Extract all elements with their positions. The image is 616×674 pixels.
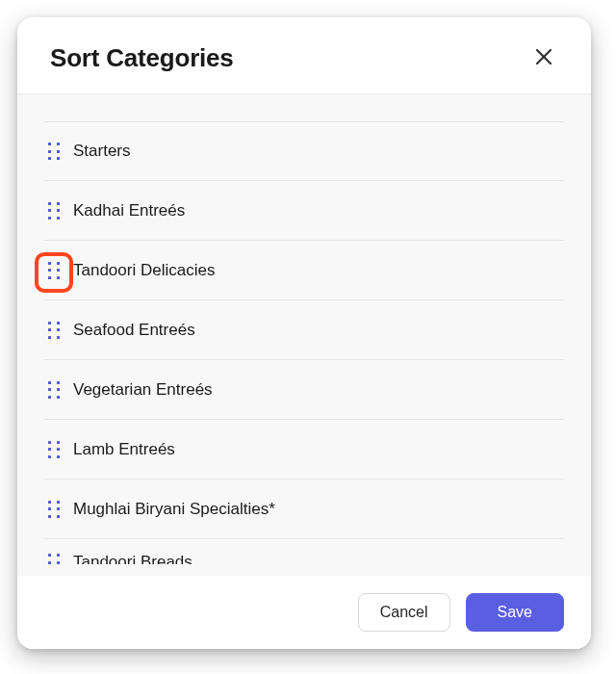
category-row[interactable]: Vegetarian Entreés [44,360,564,420]
category-label: Starters [73,142,131,161]
category-label: Seafood Entreés [73,321,195,340]
category-label: Lamb Entreés [73,440,175,459]
sort-categories-modal: Sort Categories StartersKadhai EntreésTa… [17,17,591,649]
modal-header: Sort Categories [17,17,591,94]
drag-handle-icon[interactable] [44,321,64,340]
drag-handle-icon[interactable] [44,553,64,564]
category-list: StartersKadhai EntreésTandoori Delicacie… [17,94,591,564]
drag-handle-icon[interactable] [44,500,64,519]
category-label: Mughlai Biryani Specialties* [73,500,275,519]
category-label: Vegetarian Entreés [73,380,213,400]
category-label: Tandoori Delicacies [73,261,215,280]
category-row[interactable]: Lamb Entreés [44,420,564,480]
drag-handle-icon[interactable] [44,201,64,220]
category-row[interactable]: Tandoori Delicacies [44,241,564,300]
category-row[interactable]: Mughlai Biryani Specialties* [44,480,564,539]
category-label: Kadhai Entreés [73,201,185,220]
category-row[interactable]: Tandoori Breads [44,539,564,564]
category-label: Tandoori Breads [73,553,192,564]
save-button[interactable]: Save [466,593,564,632]
category-row[interactable]: Kadhai Entreés [44,181,564,241]
modal-footer: Cancel Save [17,575,591,649]
cancel-button[interactable]: Cancel [358,593,450,632]
category-row[interactable]: Starters [44,121,564,181]
drag-handle-icon[interactable] [44,261,64,280]
modal-body: StartersKadhai EntreésTandoori Delicacie… [17,94,591,575]
close-icon [533,46,554,67]
close-button[interactable] [529,42,558,74]
drag-handle-icon[interactable] [44,380,64,400]
modal-title: Sort Categories [50,43,234,73]
category-row[interactable]: Seafood Entreés [44,300,564,360]
drag-handle-icon[interactable] [44,142,64,161]
drag-handle-icon[interactable] [44,440,64,459]
